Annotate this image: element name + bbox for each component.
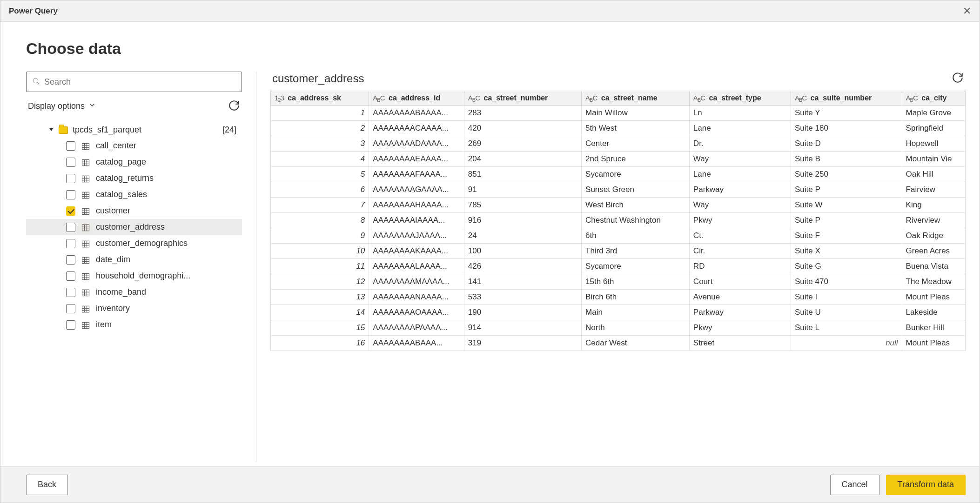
table-cell[interactable]: 91 (464, 182, 581, 198)
table-cell[interactable]: Cir. (689, 244, 791, 259)
checkbox[interactable] (66, 271, 75, 281)
table-cell[interactable]: Hopewell (902, 136, 965, 152)
table-cell[interactable]: The Meadow (902, 274, 965, 290)
table-cell[interactable]: 533 (464, 290, 581, 305)
table-cell[interactable]: 283 (464, 106, 581, 121)
table-cell[interactable]: Parkway (689, 305, 791, 320)
table-cell[interactable]: Suite 470 (791, 274, 902, 290)
table-cell[interactable]: Sycamore (582, 259, 690, 274)
table-cell[interactable]: 7 (271, 198, 369, 213)
table-row[interactable]: 5AAAAAAAAFAAAA...851SycamoreLaneSuite 25… (271, 167, 966, 182)
table-row[interactable]: 14AAAAAAAAOAAAA...190MainParkwaySuite UL… (271, 305, 966, 320)
tree-item-inventory[interactable]: inventory (26, 300, 242, 317)
table-cell[interactable]: Springfield (902, 121, 965, 136)
table-cell[interactable]: Dr. (689, 136, 791, 152)
table-cell[interactable]: AAAAAAAABAAAA... (369, 106, 464, 121)
table-row[interactable]: 9AAAAAAAAJAAAA...246thCt.Suite FOak Ridg… (271, 228, 966, 244)
table-cell[interactable]: AAAAAAAACAAAA... (369, 121, 464, 136)
table-cell[interactable]: AAAAAAAAPAAAA... (369, 320, 464, 336)
table-cell[interactable]: AAAAAAAAGAAAA... (369, 182, 464, 198)
column-header-ca_address_id[interactable]: ABC ca_address_id (369, 91, 464, 106)
checkbox[interactable] (66, 223, 75, 232)
table-cell[interactable]: 2 (271, 121, 369, 136)
tree-item-call-center[interactable]: call_center (26, 138, 242, 154)
column-header-ca_suite_number[interactable]: ABC ca_suite_number (791, 91, 902, 106)
table-cell[interactable]: West Birch (582, 198, 690, 213)
table-cell[interactable]: Way (689, 152, 791, 167)
tree-item-catalog-page[interactable]: catalog_page (26, 154, 242, 170)
search-box[interactable] (26, 72, 242, 92)
table-cell[interactable]: AAAAAAAALAAAA... (369, 259, 464, 274)
table-cell[interactable]: Buena Vista (902, 259, 965, 274)
table-cell[interactable]: 15 (271, 320, 369, 336)
table-cell[interactable]: AAAAAAAADAAAA... (369, 136, 464, 152)
table-cell[interactable]: 5 (271, 167, 369, 182)
table-cell[interactable]: Lakeside (902, 305, 965, 320)
table-cell[interactable]: Mount Pleas (902, 290, 965, 305)
table-row[interactable]: 10AAAAAAAAKAAAA...100Third 3rdCir.Suite … (271, 244, 966, 259)
table-cell[interactable]: Third 3rd (582, 244, 690, 259)
tree-item-household-demographi---[interactable]: household_demographi... (26, 268, 242, 284)
table-cell[interactable]: Center (582, 136, 690, 152)
table-cell[interactable]: Ln (689, 106, 791, 121)
table-cell[interactable]: AAAAAAAAHAAAA... (369, 198, 464, 213)
table-cell[interactable]: Suite W (791, 198, 902, 213)
tree-item-item[interactable]: item (26, 317, 242, 333)
column-header-ca_city[interactable]: ABC ca_city (902, 91, 965, 106)
tree-item-income-band[interactable]: income_band (26, 284, 242, 300)
table-cell[interactable]: AAAAAAAANAAAA... (369, 290, 464, 305)
table-cell[interactable]: Bunker Hill (902, 320, 965, 336)
table-cell[interactable]: Fairview (902, 182, 965, 198)
grid-wrap[interactable]: 123 ca_address_skABC ca_address_idABC ca… (270, 91, 966, 462)
table-cell[interactable]: 15th 6th (582, 274, 690, 290)
table-row[interactable]: 13AAAAAAAANAAAA...533Birch 6thAvenueSuit… (271, 290, 966, 305)
column-header-ca_street_number[interactable]: ABC ca_street_number (464, 91, 581, 106)
table-cell[interactable]: Pkwy (689, 213, 791, 228)
table-cell[interactable]: Way (689, 198, 791, 213)
table-cell[interactable]: AAAAAAAAOAAAA... (369, 305, 464, 320)
table-cell[interactable]: 2nd Spruce (582, 152, 690, 167)
checkbox[interactable] (66, 239, 75, 248)
table-cell[interactable]: 10 (271, 244, 369, 259)
checkbox[interactable] (66, 288, 75, 297)
display-options-dropdown[interactable]: Display options (28, 101, 96, 111)
table-cell[interactable]: Oak Hill (902, 167, 965, 182)
table-cell[interactable]: 24 (464, 228, 581, 244)
table-cell[interactable]: 100 (464, 244, 581, 259)
table-cell[interactable]: 11 (271, 259, 369, 274)
table-cell[interactable]: 14 (271, 305, 369, 320)
table-cell[interactable]: Suite 180 (791, 121, 902, 136)
back-button[interactable]: Back (26, 475, 68, 495)
table-cell[interactable]: 1 (271, 106, 369, 121)
table-cell[interactable]: Suite I (791, 290, 902, 305)
table-cell[interactable]: 8 (271, 213, 369, 228)
table-cell[interactable]: Chestnut Washington (582, 213, 690, 228)
table-cell[interactable]: Lane (689, 167, 791, 182)
table-cell[interactable]: 141 (464, 274, 581, 290)
table-row[interactable]: 8AAAAAAAAIAAAA...916Chestnut WashingtonP… (271, 213, 966, 228)
table-cell[interactable]: Suite B (791, 152, 902, 167)
table-cell[interactable]: 420 (464, 121, 581, 136)
checkbox[interactable] (66, 304, 75, 313)
column-header-ca_street_name[interactable]: ABC ca_street_name (582, 91, 690, 106)
table-cell[interactable]: King (902, 198, 965, 213)
tree-item-date-dim[interactable]: date_dim (26, 252, 242, 268)
table-row[interactable]: 2AAAAAAAACAAAA...4205th WestLaneSuite 18… (271, 121, 966, 136)
table-cell[interactable]: RD (689, 259, 791, 274)
close-button[interactable]: ✕ (963, 6, 971, 16)
table-cell[interactable]: Court (689, 274, 791, 290)
table-cell[interactable]: Suite X (791, 244, 902, 259)
transform-data-button[interactable]: Transform data (886, 475, 966, 495)
table-cell[interactable]: 3 (271, 136, 369, 152)
table-cell[interactable]: Suite 250 (791, 167, 902, 182)
table-cell[interactable]: 6th (582, 228, 690, 244)
table-cell[interactable]: 12 (271, 274, 369, 290)
table-cell[interactable]: Cedar West (582, 336, 690, 351)
tree-item-catalog-sales[interactable]: catalog_sales (26, 186, 242, 203)
table-cell[interactable]: Street (689, 336, 791, 351)
table-cell[interactable]: Suite D (791, 136, 902, 152)
table-cell[interactable]: 9 (271, 228, 369, 244)
table-cell[interactable]: AAAAAAAAFAAAA... (369, 167, 464, 182)
table-cell[interactable]: 5th West (582, 121, 690, 136)
table-cell[interactable]: Suite P (791, 182, 902, 198)
